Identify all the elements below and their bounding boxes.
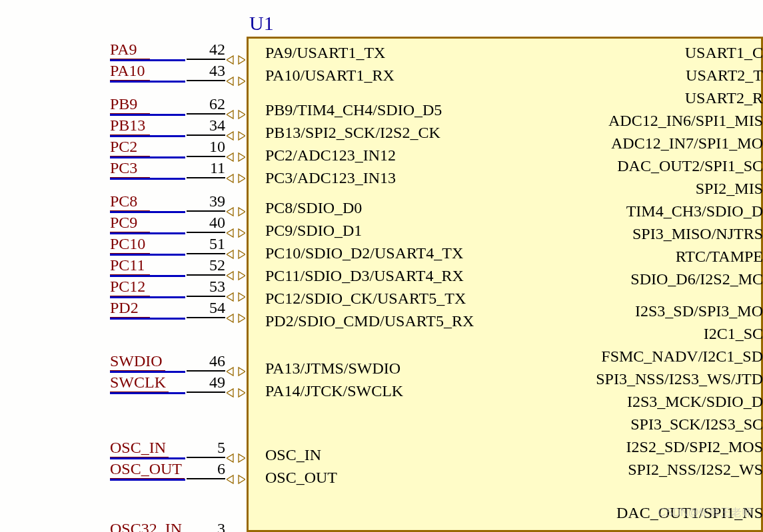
designator-label: U1: [249, 12, 274, 35]
net-label: PC9: [110, 214, 150, 233]
pin-function-label-right: USART2_T: [686, 67, 763, 85]
io-direction-icon: [227, 55, 245, 65]
pin-function-label: PB13/SPI2_SCK/I2S2_CK: [265, 124, 440, 142]
pin-function-label-right: SPI3_MISO/NJTRS: [632, 225, 763, 243]
pin-function-label: PB9/TIM4_CH4/SDIO_D5: [265, 101, 442, 119]
net-label: PB13: [110, 117, 150, 136]
wire: [110, 211, 185, 213]
net-label: PC2: [110, 138, 150, 157]
io-direction-icon: [227, 76, 245, 87]
net-label: PC8: [110, 192, 150, 212]
net-label: PC12: [110, 278, 150, 297]
pin-number: 51: [187, 235, 225, 254]
net-label: PC11: [110, 256, 150, 276]
pin-function-label-right: SPI3_SCK/I2S3_SC: [630, 415, 763, 433]
pin-function-label-right: ADC12_IN6/SPI1_MIS: [608, 112, 763, 130]
pin-function-label: PC2/ADC123_IN12: [265, 146, 396, 164]
pin-number: 46: [187, 352, 225, 372]
pin-number: 42: [187, 41, 225, 60]
pin-number: 10: [187, 138, 225, 157]
pin-number: 52: [187, 256, 225, 276]
pin-function-label: OSC_IN: [265, 446, 321, 464]
pin-function-label-right: I2S3_MCK/SDIO_D: [627, 393, 763, 411]
net-label: PA10: [110, 62, 150, 81]
net-label: OSC32_IN: [110, 520, 185, 532]
wire: [110, 275, 185, 277]
pin-number: 53: [187, 278, 225, 297]
pin-function-label-right: SPI2_NSS/I2S2_WS: [628, 461, 763, 479]
pin-number: 62: [187, 95, 225, 115]
wire: [110, 156, 185, 158]
pin-number: 6: [187, 460, 225, 479]
pin-function-label: PC3/ADC123_IN13: [265, 169, 396, 187]
pin-number: 3: [187, 520, 225, 532]
net-label: PD2: [110, 299, 150, 318]
wire: [110, 457, 185, 459]
pin-function-label-right: USART1_C: [685, 44, 763, 62]
pin-function-label-right: RTC/TAMPE: [676, 248, 763, 266]
wire: [110, 479, 185, 481]
pin-number: 40: [187, 214, 225, 233]
pin-function-label: PC8/SDIO_D0: [265, 199, 362, 217]
pin-number: 43: [187, 62, 225, 81]
pin-function-label-right: I2S2_SD/SPI2_MOS: [626, 438, 763, 456]
pin-function-label-right: TIM4_CH3/SDIO_D: [626, 202, 763, 220]
pin-function-label: PC9/SDIO_D1: [265, 222, 362, 240]
pin-function-label-right: SDIO_D6/I2S2_MC: [630, 270, 763, 288]
pin-function-label-right: I2C1_SC: [704, 325, 763, 343]
pin-function-label: OSC_OUT: [265, 469, 337, 487]
wire: [110, 296, 185, 298]
net-label: PC10: [110, 235, 150, 254]
wire: [110, 392, 185, 394]
pin-number: 49: [187, 374, 225, 393]
io-direction-icon: [227, 131, 245, 141]
wire: [110, 81, 185, 83]
wire: [110, 254, 185, 256]
wire: [110, 178, 185, 180]
io-direction-icon: [227, 292, 245, 302]
wire: [110, 135, 185, 137]
wire: [110, 59, 185, 61]
pin-function-label: PD2/SDIO_CMD/USART5_RX: [265, 312, 474, 330]
pin-function-label: PC10/SDIO_D2/USART4_TX: [265, 244, 463, 262]
pin-function-label: PA14/JTCK/SWCLK: [265, 382, 403, 400]
net-label: PB9: [110, 95, 150, 115]
io-direction-icon: [227, 152, 245, 162]
wire: [110, 114, 185, 116]
io-direction-icon: [227, 313, 245, 324]
io-direction-icon: [227, 453, 245, 463]
net-label: PA9: [110, 41, 150, 60]
io-direction-icon: [227, 109, 245, 120]
pin-function-label-right: USART2_R: [685, 89, 763, 107]
pin-function-label-right: I2S3_SD/SPI3_MO: [635, 302, 763, 320]
io-direction-icon: [227, 270, 245, 281]
io-direction-icon: [227, 366, 245, 377]
pin-function-label-right: SPI2_MIS: [696, 180, 763, 198]
pin-function-label: PA13/JTMS/SWDIO: [265, 360, 400, 378]
pin-function-label-right: SPI3_NSS/I2S3_WS/JTD: [596, 370, 763, 388]
pin-function-label-right: FSMC_NADV/I2C1_SD: [601, 348, 763, 366]
wire: [110, 232, 185, 234]
pin-function-label: PA9/USART1_TX: [265, 44, 385, 62]
net-label: OSC_OUT: [110, 460, 185, 479]
pin-function-label-right: ADC12_IN7/SPI1_MO: [611, 134, 763, 152]
io-direction-icon: [227, 388, 245, 398]
wire: [110, 371, 185, 373]
io-direction-icon: [227, 249, 245, 260]
pin-number: 34: [187, 117, 225, 136]
watermark: CSDN@钜锋王老师: [658, 506, 752, 520]
pin-function-label: PC11/SDIO_D3/USART4_RX: [265, 267, 464, 285]
pin-number: 39: [187, 192, 225, 212]
schematic-canvas: U1 PA942PA1043PB962PB1334PC210PC311PC839…: [0, 0, 763, 532]
io-direction-icon: [227, 474, 245, 485]
net-label: SWDIO: [110, 352, 165, 372]
pin-number: 5: [187, 439, 225, 458]
pin-number: 11: [187, 159, 225, 178]
pin-function-label-right: DAC_OUT2/SPI1_SC: [617, 157, 763, 175]
io-direction-icon: [227, 206, 245, 217]
pin-number: 54: [187, 299, 225, 318]
pin-function-label: PC12/SDIO_CK/USART5_TX: [265, 290, 466, 308]
pin-function-label: PA10/USART1_RX: [265, 67, 394, 85]
net-label: OSC_IN: [110, 439, 169, 458]
wire: [110, 318, 185, 320]
